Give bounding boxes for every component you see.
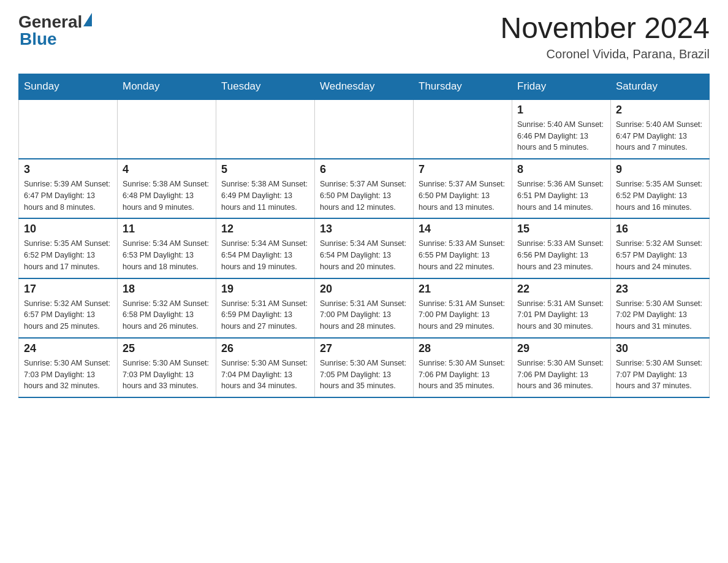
calendar-body: 1Sunrise: 5:40 AM Sunset: 6:46 PM Daylig… bbox=[19, 99, 710, 397]
calendar-week-row: 17Sunrise: 5:32 AM Sunset: 6:57 PM Dayli… bbox=[19, 278, 710, 338]
calendar-week-row: 3Sunrise: 5:39 AM Sunset: 6:47 PM Daylig… bbox=[19, 159, 710, 218]
calendar-day-cell: 26Sunrise: 5:30 AM Sunset: 7:04 PM Dayli… bbox=[216, 338, 315, 397]
day-number: 21 bbox=[419, 283, 507, 296]
calendar-title: November 2024 bbox=[500, 12, 710, 45]
calendar-day-cell: 15Sunrise: 5:33 AM Sunset: 6:56 PM Dayli… bbox=[512, 218, 611, 278]
day-number: 4 bbox=[123, 163, 211, 176]
day-info: Sunrise: 5:32 AM Sunset: 6:57 PM Dayligh… bbox=[616, 238, 704, 272]
day-info: Sunrise: 5:31 AM Sunset: 7:00 PM Dayligh… bbox=[320, 298, 408, 332]
day-info: Sunrise: 5:30 AM Sunset: 7:06 PM Dayligh… bbox=[517, 358, 605, 392]
day-info: Sunrise: 5:33 AM Sunset: 6:55 PM Dayligh… bbox=[419, 238, 507, 272]
day-info: Sunrise: 5:35 AM Sunset: 6:52 PM Dayligh… bbox=[616, 178, 704, 213]
day-info: Sunrise: 5:38 AM Sunset: 6:49 PM Dayligh… bbox=[221, 178, 309, 213]
calendar-day-cell: 7Sunrise: 5:37 AM Sunset: 6:50 PM Daylig… bbox=[414, 159, 512, 218]
calendar-day-cell: 4Sunrise: 5:38 AM Sunset: 6:48 PM Daylig… bbox=[118, 159, 216, 218]
day-header-row: SundayMondayTuesdayWednesdayThursdayFrid… bbox=[19, 74, 710, 99]
day-number: 22 bbox=[517, 283, 605, 296]
day-number: 1 bbox=[517, 104, 605, 117]
day-number: 18 bbox=[123, 283, 211, 296]
title-area: November 2024 Coronel Vivida, Parana, Br… bbox=[500, 12, 710, 61]
calendar-week-row: 24Sunrise: 5:30 AM Sunset: 7:03 PM Dayli… bbox=[19, 338, 710, 397]
day-info: Sunrise: 5:31 AM Sunset: 7:00 PM Dayligh… bbox=[419, 298, 507, 332]
calendar-day-cell: 30Sunrise: 5:30 AM Sunset: 7:07 PM Dayli… bbox=[611, 338, 710, 397]
day-number: 27 bbox=[320, 342, 408, 355]
day-number: 28 bbox=[419, 342, 507, 355]
day-of-week-header: Saturday bbox=[611, 74, 710, 99]
calendar-day-cell: 9Sunrise: 5:35 AM Sunset: 6:52 PM Daylig… bbox=[611, 159, 710, 218]
calendar-day-cell: 14Sunrise: 5:33 AM Sunset: 6:55 PM Dayli… bbox=[414, 218, 512, 278]
day-info: Sunrise: 5:31 AM Sunset: 6:59 PM Dayligh… bbox=[221, 298, 309, 332]
day-info: Sunrise: 5:30 AM Sunset: 7:05 PM Dayligh… bbox=[320, 358, 408, 392]
day-of-week-header: Sunday bbox=[19, 74, 118, 99]
day-number: 15 bbox=[517, 223, 605, 236]
day-info: Sunrise: 5:37 AM Sunset: 6:50 PM Dayligh… bbox=[320, 178, 408, 213]
calendar-day-cell: 22Sunrise: 5:31 AM Sunset: 7:01 PM Dayli… bbox=[512, 278, 611, 338]
day-info: Sunrise: 5:30 AM Sunset: 7:02 PM Dayligh… bbox=[616, 298, 704, 332]
page-header: General Blue November 2024 Coronel Vivid… bbox=[18, 12, 710, 61]
day-number: 16 bbox=[616, 223, 704, 236]
calendar-day-cell bbox=[19, 99, 118, 159]
day-info: Sunrise: 5:30 AM Sunset: 7:03 PM Dayligh… bbox=[123, 358, 211, 392]
calendar-day-cell: 19Sunrise: 5:31 AM Sunset: 6:59 PM Dayli… bbox=[216, 278, 315, 338]
day-number: 3 bbox=[24, 163, 112, 176]
day-number: 10 bbox=[24, 223, 112, 236]
day-number: 8 bbox=[517, 163, 605, 176]
calendar-day-cell bbox=[414, 99, 512, 159]
calendar-day-cell: 25Sunrise: 5:30 AM Sunset: 7:03 PM Dayli… bbox=[118, 338, 216, 397]
calendar-day-cell: 29Sunrise: 5:30 AM Sunset: 7:06 PM Dayli… bbox=[512, 338, 611, 397]
day-number: 30 bbox=[616, 342, 704, 355]
day-info: Sunrise: 5:30 AM Sunset: 7:07 PM Dayligh… bbox=[616, 358, 704, 392]
calendar-day-cell bbox=[315, 99, 414, 159]
day-number: 29 bbox=[517, 342, 605, 355]
day-number: 11 bbox=[123, 223, 211, 236]
day-number: 23 bbox=[616, 283, 704, 296]
calendar-day-cell: 2Sunrise: 5:40 AM Sunset: 6:47 PM Daylig… bbox=[611, 99, 710, 159]
calendar-day-cell: 5Sunrise: 5:38 AM Sunset: 6:49 PM Daylig… bbox=[216, 159, 315, 218]
calendar-day-cell: 13Sunrise: 5:34 AM Sunset: 6:54 PM Dayli… bbox=[315, 218, 414, 278]
calendar-header: SundayMondayTuesdayWednesdayThursdayFrid… bbox=[19, 74, 710, 99]
day-info: Sunrise: 5:32 AM Sunset: 6:58 PM Dayligh… bbox=[123, 298, 211, 332]
day-info: Sunrise: 5:40 AM Sunset: 6:47 PM Dayligh… bbox=[616, 119, 704, 153]
calendar-day-cell: 23Sunrise: 5:30 AM Sunset: 7:02 PM Dayli… bbox=[611, 278, 710, 338]
day-info: Sunrise: 5:38 AM Sunset: 6:48 PM Dayligh… bbox=[123, 178, 211, 213]
day-info: Sunrise: 5:35 AM Sunset: 6:52 PM Dayligh… bbox=[24, 238, 112, 272]
calendar-day-cell: 6Sunrise: 5:37 AM Sunset: 6:50 PM Daylig… bbox=[315, 159, 414, 218]
logo-triangle-icon bbox=[83, 13, 92, 26]
calendar-day-cell: 24Sunrise: 5:30 AM Sunset: 7:03 PM Dayli… bbox=[19, 338, 118, 397]
day-number: 5 bbox=[221, 163, 309, 176]
day-number: 25 bbox=[123, 342, 211, 355]
calendar-day-cell bbox=[118, 99, 216, 159]
calendar-day-cell: 27Sunrise: 5:30 AM Sunset: 7:05 PM Dayli… bbox=[315, 338, 414, 397]
day-info: Sunrise: 5:30 AM Sunset: 7:04 PM Dayligh… bbox=[221, 358, 309, 392]
calendar-day-cell: 11Sunrise: 5:34 AM Sunset: 6:53 PM Dayli… bbox=[118, 218, 216, 278]
day-number: 13 bbox=[320, 223, 408, 236]
day-info: Sunrise: 5:30 AM Sunset: 7:06 PM Dayligh… bbox=[419, 358, 507, 392]
day-info: Sunrise: 5:40 AM Sunset: 6:46 PM Dayligh… bbox=[517, 119, 605, 153]
day-info: Sunrise: 5:36 AM Sunset: 6:51 PM Dayligh… bbox=[517, 178, 605, 213]
calendar-week-row: 1Sunrise: 5:40 AM Sunset: 6:46 PM Daylig… bbox=[19, 99, 710, 159]
calendar-day-cell: 18Sunrise: 5:32 AM Sunset: 6:58 PM Dayli… bbox=[118, 278, 216, 338]
day-number: 20 bbox=[320, 283, 408, 296]
day-of-week-header: Friday bbox=[512, 74, 611, 99]
day-info: Sunrise: 5:30 AM Sunset: 7:03 PM Dayligh… bbox=[24, 358, 112, 392]
day-of-week-header: Wednesday bbox=[315, 74, 414, 99]
calendar-day-cell bbox=[216, 99, 315, 159]
calendar-day-cell: 1Sunrise: 5:40 AM Sunset: 6:46 PM Daylig… bbox=[512, 99, 611, 159]
day-info: Sunrise: 5:31 AM Sunset: 7:01 PM Dayligh… bbox=[517, 298, 605, 332]
calendar-day-cell: 8Sunrise: 5:36 AM Sunset: 6:51 PM Daylig… bbox=[512, 159, 611, 218]
logo-wordmark: General Blue bbox=[18, 12, 92, 49]
calendar-day-cell: 20Sunrise: 5:31 AM Sunset: 7:00 PM Dayli… bbox=[315, 278, 414, 338]
day-info: Sunrise: 5:33 AM Sunset: 6:56 PM Dayligh… bbox=[517, 238, 605, 272]
day-info: Sunrise: 5:34 AM Sunset: 6:54 PM Dayligh… bbox=[221, 238, 309, 272]
day-number: 6 bbox=[320, 163, 408, 176]
day-number: 17 bbox=[24, 283, 112, 296]
calendar-subtitle: Coronel Vivida, Parana, Brazil bbox=[500, 47, 710, 61]
day-number: 7 bbox=[419, 163, 507, 176]
day-info: Sunrise: 5:39 AM Sunset: 6:47 PM Dayligh… bbox=[24, 178, 112, 213]
calendar-day-cell: 12Sunrise: 5:34 AM Sunset: 6:54 PM Dayli… bbox=[216, 218, 315, 278]
day-info: Sunrise: 5:34 AM Sunset: 6:54 PM Dayligh… bbox=[320, 238, 408, 272]
day-number: 14 bbox=[419, 223, 507, 236]
calendar-day-cell: 10Sunrise: 5:35 AM Sunset: 6:52 PM Dayli… bbox=[19, 218, 118, 278]
calendar-day-cell: 17Sunrise: 5:32 AM Sunset: 6:57 PM Dayli… bbox=[19, 278, 118, 338]
calendar-day-cell: 3Sunrise: 5:39 AM Sunset: 6:47 PM Daylig… bbox=[19, 159, 118, 218]
